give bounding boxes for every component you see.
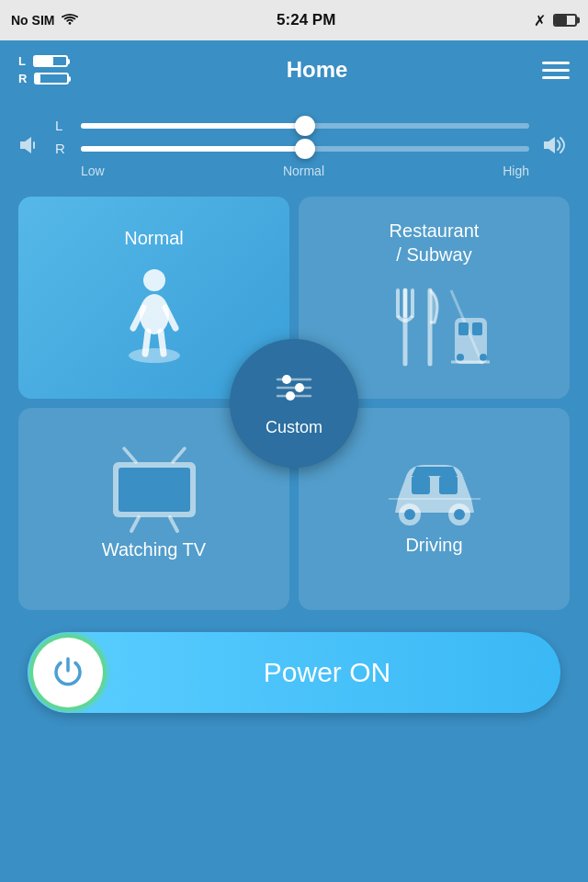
svg-line-8 bbox=[165, 308, 175, 328]
volume-sliders: L R Low Normal High bbox=[55, 118, 529, 178]
scale-normal: Normal bbox=[283, 164, 324, 178]
scale-low: Low bbox=[81, 164, 105, 178]
svg-point-40 bbox=[295, 383, 304, 392]
svg-rect-24 bbox=[119, 468, 190, 512]
battery-l-label: L bbox=[18, 54, 26, 68]
power-icon bbox=[52, 655, 84, 691]
svg-marker-3 bbox=[544, 137, 555, 153]
volume-low-icon bbox=[18, 133, 42, 163]
svg-line-9 bbox=[145, 332, 148, 354]
hamburger-line-1 bbox=[542, 62, 570, 64]
custom-button[interactable]: Custom bbox=[230, 339, 358, 468]
svg-line-25 bbox=[124, 448, 136, 462]
restaurant-icon bbox=[379, 281, 490, 377]
svg-line-10 bbox=[161, 332, 164, 354]
volume-section: L R Low Normal High bbox=[18, 118, 570, 178]
svg-rect-19 bbox=[472, 322, 482, 335]
hamburger-line-3 bbox=[542, 76, 570, 79]
svg-rect-18 bbox=[458, 322, 469, 335]
main-content: L R Low Normal High bbox=[0, 99, 588, 735]
power-circle bbox=[33, 638, 103, 707]
hamburger-line-2 bbox=[542, 69, 570, 72]
vol-r-label: R bbox=[55, 141, 72, 156]
svg-rect-29 bbox=[412, 476, 430, 494]
svg-point-34 bbox=[454, 509, 465, 520]
volume-r-track[interactable] bbox=[81, 146, 529, 152]
svg-point-21 bbox=[480, 354, 487, 361]
svg-point-0 bbox=[69, 22, 72, 25]
status-bar: No SIM 5:24 PM ✗ bbox=[0, 0, 588, 40]
mode-tv-label: Watching TV bbox=[102, 539, 206, 560]
power-button[interactable]: Power ON bbox=[28, 632, 560, 713]
page-title: Home bbox=[287, 57, 348, 83]
status-battery bbox=[553, 14, 577, 27]
mode-driving-label: Driving bbox=[405, 535, 462, 556]
wifi-icon bbox=[62, 13, 78, 28]
status-time: 5:24 PM bbox=[277, 11, 335, 29]
volume-l-row: L bbox=[55, 118, 529, 133]
svg-point-39 bbox=[282, 375, 291, 384]
svg-line-27 bbox=[131, 517, 139, 531]
mode-grid: Normal Restaurant/ Subway bbox=[18, 197, 570, 610]
svg-rect-30 bbox=[439, 476, 458, 494]
mode-normal-label: Normal bbox=[124, 228, 183, 249]
svg-point-32 bbox=[404, 509, 415, 520]
svg-line-26 bbox=[173, 448, 185, 462]
battery-r-indicator bbox=[34, 73, 69, 85]
car-icon bbox=[384, 448, 485, 535]
svg-point-6 bbox=[129, 348, 180, 363]
svg-marker-1 bbox=[20, 137, 31, 153]
svg-line-7 bbox=[133, 308, 143, 328]
power-section: Power ON bbox=[18, 632, 570, 735]
svg-point-4 bbox=[143, 269, 165, 291]
bluetooth-icon: ✗ bbox=[534, 12, 546, 29]
svg-point-41 bbox=[286, 391, 295, 401]
battery-l-indicator bbox=[33, 55, 68, 67]
svg-point-20 bbox=[457, 354, 464, 361]
svg-point-5 bbox=[140, 294, 169, 334]
battery-r-label: R bbox=[18, 72, 27, 85]
power-label: Power ON bbox=[103, 657, 551, 688]
volume-l-track[interactable] bbox=[81, 123, 529, 129]
volume-scale: Low Normal High bbox=[55, 164, 529, 178]
menu-button[interactable] bbox=[542, 62, 570, 79]
custom-icon bbox=[274, 370, 314, 413]
nav-bar: L R Home bbox=[0, 40, 588, 99]
custom-label: Custom bbox=[266, 418, 322, 437]
mode-restaurant-label: Restaurant/ Subway bbox=[390, 219, 480, 266]
volume-r-row: R bbox=[55, 141, 529, 156]
svg-line-28 bbox=[170, 517, 177, 531]
scale-high: High bbox=[503, 164, 529, 178]
carrier-label: No SIM bbox=[11, 13, 54, 28]
nav-battery-indicators: L R bbox=[18, 54, 92, 85]
vol-l-label: L bbox=[55, 118, 72, 133]
person-icon bbox=[113, 264, 196, 368]
volume-high-icon bbox=[542, 133, 570, 163]
tv-icon bbox=[104, 444, 205, 539]
